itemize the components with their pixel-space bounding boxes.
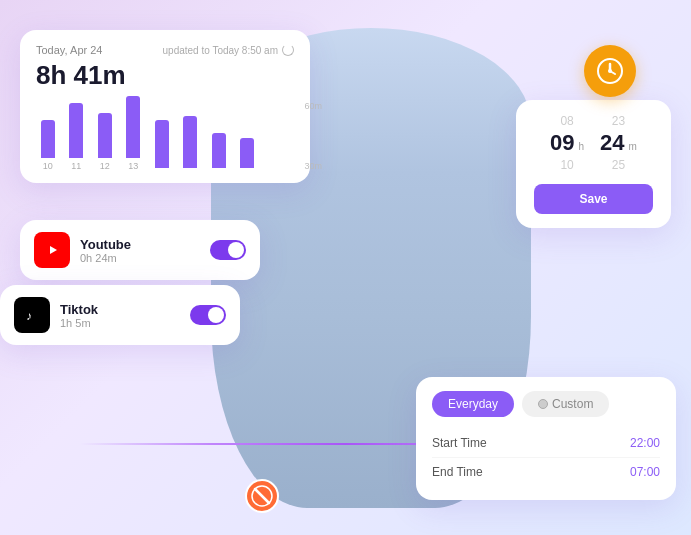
start-time-row: Start Time 22:00 bbox=[432, 429, 660, 458]
youtube-name: Youtube bbox=[80, 237, 200, 252]
clock-icon bbox=[584, 45, 636, 97]
mins-unit: m bbox=[629, 141, 637, 152]
bar bbox=[240, 138, 254, 168]
tiktok-toggle[interactable] bbox=[190, 305, 226, 325]
minutes-column: 23 24 m 25 bbox=[600, 114, 637, 172]
bar bbox=[155, 120, 169, 168]
bar bbox=[126, 96, 140, 158]
tiktok-icon: ♪ bbox=[14, 297, 50, 333]
bar-group: 13 bbox=[122, 96, 146, 171]
tab-custom[interactable]: Custom bbox=[522, 391, 609, 417]
youtube-icon bbox=[34, 232, 70, 268]
bar-chart: 10 11 12 13 bbox=[36, 101, 259, 171]
tiktok-info: Tiktok 1h 5m bbox=[60, 302, 180, 329]
bar-group bbox=[150, 120, 174, 171]
bar bbox=[69, 103, 83, 158]
save-button[interactable]: Save bbox=[534, 184, 653, 214]
chart-total-time: 8h 41m bbox=[36, 60, 294, 91]
bar-group bbox=[207, 133, 231, 171]
bar bbox=[212, 133, 226, 168]
clock-card: 08 09 h 10 23 24 m 25 Save bbox=[516, 100, 671, 228]
block-icon bbox=[245, 479, 279, 513]
svg-point-3 bbox=[608, 69, 612, 73]
schedule-tabs: Everyday Custom bbox=[432, 391, 660, 417]
bar-group bbox=[179, 116, 203, 171]
tiktok-card: ♪ Tiktok 1h 5m bbox=[0, 285, 240, 345]
svg-text:♪: ♪ bbox=[26, 309, 32, 323]
hours-prev: 08 bbox=[560, 114, 573, 128]
bar bbox=[98, 113, 112, 158]
youtube-toggle[interactable] bbox=[210, 240, 246, 260]
bar-group: 11 bbox=[65, 103, 89, 171]
chart-updated: updated to Today 8:50 am bbox=[163, 44, 294, 56]
youtube-info: Youtube 0h 24m bbox=[80, 237, 200, 264]
svg-rect-6 bbox=[22, 305, 42, 325]
bar-group bbox=[236, 138, 260, 171]
chart-card: Today, Apr 24 updated to Today 8:50 am 8… bbox=[20, 30, 310, 183]
time-picker: 08 09 h 10 23 24 m 25 bbox=[534, 114, 653, 172]
mins-prev: 23 bbox=[612, 114, 625, 128]
start-time-label: Start Time bbox=[432, 436, 487, 450]
tab-everyday[interactable]: Everyday bbox=[432, 391, 514, 417]
bar-group: 10 bbox=[36, 120, 60, 171]
schedule-card: Everyday Custom Start Time 22:00 End Tim… bbox=[416, 377, 676, 500]
hours-column: 08 09 h 10 bbox=[550, 114, 584, 172]
youtube-time: 0h 24m bbox=[80, 252, 200, 264]
end-time-value: 07:00 bbox=[630, 465, 660, 479]
start-time-value: 22:00 bbox=[630, 436, 660, 450]
hours-unit: h bbox=[579, 141, 585, 152]
hours-active: 09 bbox=[550, 130, 574, 156]
bar-group: 12 bbox=[93, 113, 117, 171]
mins-active: 24 bbox=[600, 130, 624, 156]
bar bbox=[41, 120, 55, 158]
hours-next: 10 bbox=[560, 158, 573, 172]
mins-next: 25 bbox=[612, 158, 625, 172]
y-axis-labels: 60m 30m bbox=[304, 101, 322, 171]
end-time-row: End Time 07:00 bbox=[432, 458, 660, 486]
tiktok-time: 1h 5m bbox=[60, 317, 180, 329]
end-time-label: End Time bbox=[432, 465, 483, 479]
tiktok-name: Tiktok bbox=[60, 302, 180, 317]
bar bbox=[183, 116, 197, 168]
chart-date: Today, Apr 24 bbox=[36, 44, 102, 56]
refresh-icon bbox=[282, 44, 294, 56]
youtube-card: Youtube 0h 24m bbox=[20, 220, 260, 280]
